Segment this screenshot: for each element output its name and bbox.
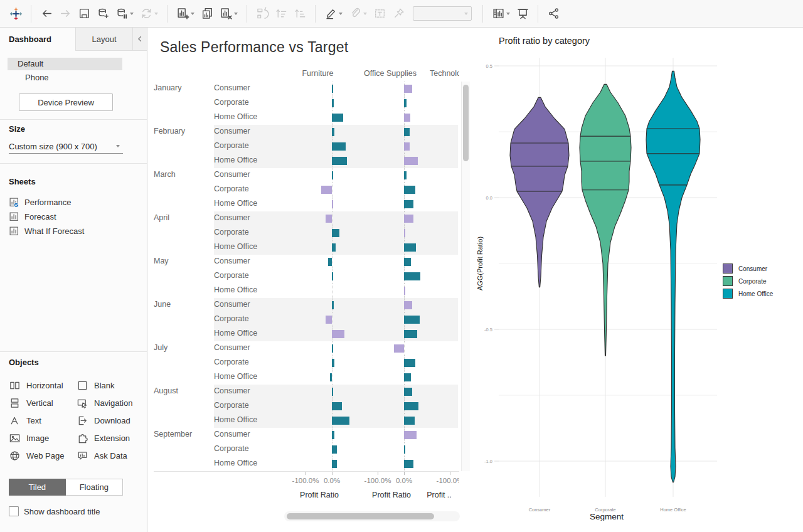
- tiled-button[interactable]: Tiled: [9, 479, 66, 496]
- bar-mark[interactable]: [404, 460, 413, 468]
- bar-mark[interactable]: [404, 157, 418, 165]
- violin-corporate[interactable]: [580, 84, 631, 356]
- bar-mark[interactable]: [332, 200, 333, 208]
- horizontal-scrollbar[interactable]: [284, 511, 460, 521]
- bar-mark[interactable]: [332, 171, 333, 179]
- violin-consumer[interactable]: [510, 97, 569, 287]
- device-preview-button[interactable]: Device Preview: [19, 93, 113, 111]
- device-item-phone[interactable]: Phone: [8, 72, 122, 84]
- object-item-download[interactable]: Download: [77, 412, 138, 429]
- bar-mark[interactable]: [332, 114, 343, 122]
- save-button[interactable]: [75, 4, 93, 23]
- bar-mark[interactable]: [332, 99, 334, 107]
- bar-mark[interactable]: [404, 301, 412, 309]
- vertical-scrollbar-thumb[interactable]: [463, 85, 469, 161]
- horizontal-scrollbar-thumb[interactable]: [287, 513, 434, 519]
- bar-mark[interactable]: [332, 417, 349, 425]
- new-data-source-button[interactable]: [93, 4, 112, 23]
- bar-mark[interactable]: [332, 359, 334, 367]
- bar-mark[interactable]: [404, 287, 405, 295]
- object-item-web-page[interactable]: Web Page: [9, 447, 77, 464]
- bar-mark[interactable]: [404, 330, 417, 338]
- bar-mark[interactable]: [404, 417, 415, 425]
- show-dashboard-title-checkbox[interactable]: [9, 506, 19, 516]
- bar-mark[interactable]: [404, 402, 418, 410]
- sheet-item-forecast[interactable]: Forecast: [9, 210, 56, 223]
- bar-mark[interactable]: [332, 243, 336, 252]
- size-select[interactable]: Custom size (900 x 700): [9, 139, 123, 154]
- collapse-pane-button[interactable]: [133, 28, 147, 51]
- device-item-default[interactable]: Default: [8, 58, 122, 70]
- show-hide-cards-button[interactable]: [489, 4, 508, 23]
- bar-mark[interactable]: [332, 344, 333, 353]
- bar-mark[interactable]: [332, 229, 339, 237]
- object-item-horizontal[interactable]: Horizontal: [9, 376, 77, 394]
- bar-mark[interactable]: [332, 272, 333, 280]
- share-workbook-button[interactable]: [544, 4, 563, 23]
- object-item-ask-data[interactable]: Ask Data: [77, 447, 138, 464]
- bar-mark[interactable]: [332, 85, 333, 93]
- sheet-item-performance[interactable]: Performance: [9, 196, 71, 208]
- bar-mark[interactable]: [404, 388, 412, 396]
- bar-mark[interactable]: [332, 445, 337, 454]
- bar-mark[interactable]: [404, 316, 420, 324]
- object-item-text[interactable]: Text: [9, 412, 77, 429]
- vertical-scrollbar[interactable]: [461, 82, 470, 471]
- bar-mark[interactable]: [394, 344, 404, 353]
- pause-auto-updates-button[interactable]: [112, 4, 131, 23]
- tableau-logo[interactable]: [6, 4, 25, 23]
- new-worksheet-button[interactable]: [173, 4, 192, 23]
- bar-mark[interactable]: [332, 330, 344, 338]
- bar-mark[interactable]: [404, 431, 417, 439]
- floating-button[interactable]: Floating: [66, 479, 124, 496]
- bar-mark[interactable]: [332, 128, 334, 136]
- bar-mark[interactable]: [404, 229, 405, 237]
- highlight-button[interactable]: [321, 4, 340, 23]
- bar-mark[interactable]: [321, 186, 332, 194]
- presentation-mode-button[interactable]: [513, 4, 532, 23]
- bar-mark[interactable]: [332, 460, 337, 468]
- bar-mark[interactable]: [332, 301, 334, 309]
- bar-mark[interactable]: [330, 373, 332, 381]
- violin-chart[interactable]: 0.50.0-0.5-1.0ConsumerCorporateHome Offi…: [474, 31, 725, 521]
- bar-mark[interactable]: [404, 258, 411, 266]
- legend-item[interactable]: Home Office: [723, 287, 773, 300]
- duplicate-sheet-button[interactable]: [198, 4, 216, 23]
- legend-item[interactable]: Corporate: [723, 275, 773, 287]
- bar-mark[interactable]: [404, 243, 416, 252]
- object-item-image[interactable]: Image: [9, 429, 77, 447]
- object-item-navigation[interactable]: Navigation: [77, 394, 138, 412]
- bar-mark[interactable]: [326, 215, 332, 223]
- bar-mark[interactable]: [404, 186, 415, 194]
- bar-mark[interactable]: [332, 142, 346, 151]
- undo-button[interactable]: [37, 4, 56, 23]
- tab-layout[interactable]: Layout: [75, 28, 133, 51]
- tab-dashboard[interactable]: Dashboard: [0, 28, 75, 51]
- bar-mark[interactable]: [404, 171, 407, 179]
- bar-mark[interactable]: [404, 85, 412, 93]
- object-item-vertical[interactable]: Vertical: [9, 394, 77, 412]
- object-item-extension[interactable]: Extension: [77, 429, 138, 447]
- bar-mark[interactable]: [404, 215, 413, 223]
- bar-mark[interactable]: [404, 128, 410, 136]
- bar-mark[interactable]: [404, 359, 415, 367]
- bar-mark[interactable]: [332, 388, 333, 396]
- bar-mark[interactable]: [404, 445, 405, 454]
- bar-mark[interactable]: [328, 258, 332, 266]
- fit-select[interactable]: [413, 6, 472, 21]
- legend-item[interactable]: Consumer: [723, 262, 773, 275]
- bar-mark[interactable]: [404, 200, 413, 208]
- bar-mark[interactable]: [332, 402, 342, 410]
- bar-mark[interactable]: [404, 142, 410, 151]
- bar-mark[interactable]: [332, 431, 334, 439]
- clear-sheet-button[interactable]: [216, 4, 235, 23]
- bar-mark[interactable]: [404, 373, 411, 381]
- bar-mark[interactable]: [404, 99, 407, 107]
- sheet-item-what-if-forecast[interactable]: What If Forecast: [9, 225, 84, 237]
- violin-home-office[interactable]: [646, 71, 700, 482]
- bar-mark[interactable]: [332, 157, 347, 165]
- object-item-blank[interactable]: Blank: [77, 376, 138, 394]
- bar-mark[interactable]: [404, 272, 420, 280]
- bar-mark[interactable]: [404, 114, 410, 122]
- bar-mark[interactable]: [326, 316, 332, 324]
